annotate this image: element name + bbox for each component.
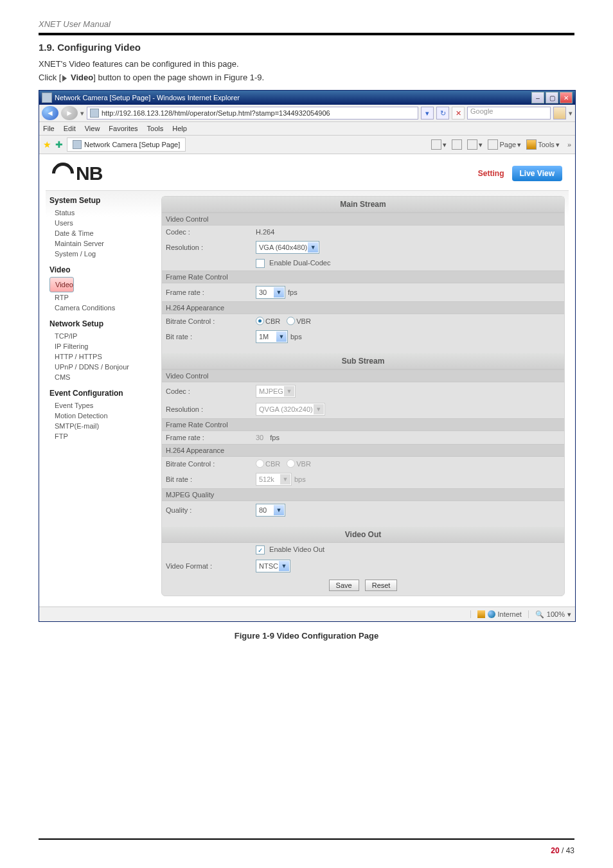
sidebar-item-rtp[interactable]: RTP <box>49 292 157 303</box>
home-menu[interactable]: ▾ <box>431 139 447 150</box>
overflow-icon[interactable]: » <box>567 141 571 148</box>
sidebar-item-maintain[interactable]: Maintain Server <box>49 238 157 249</box>
tools-menu[interactable]: Tools ▾ <box>526 139 560 150</box>
sidebar-hdr-network: Network Setup <box>49 319 157 328</box>
nav-forward-button[interactable]: ► <box>61 106 78 120</box>
live-view-button[interactable]: Live View <box>512 166 562 181</box>
sub-stream-header: Sub Stream <box>162 353 564 369</box>
ie-tabbar: ★ ✚ Network Camera [Setup Page] ▾ ▾ Page… <box>39 136 575 154</box>
select-fps-main[interactable]: 30▼ <box>256 286 285 299</box>
search-input[interactable]: Google <box>467 107 551 120</box>
search-button[interactable] <box>553 107 566 120</box>
sidebar-item-status[interactable]: Status <box>49 208 157 218</box>
sidebar-item-ipfilter[interactable]: IP Filtering <box>49 341 157 351</box>
click-prefix: Click [ <box>39 73 61 82</box>
nav-back-button[interactable]: ◄ <box>42 106 58 120</box>
minimize-button[interactable]: – <box>531 92 544 103</box>
feeds-menu[interactable] <box>452 139 462 150</box>
label-vbr-main: VBR <box>296 317 311 325</box>
sidebar-item-ftp[interactable]: FTP <box>49 431 157 441</box>
stop-button[interactable]: ✕ <box>452 107 465 120</box>
url-input[interactable]: http://192.168.123.128/html/operator/Set… <box>87 107 418 120</box>
main-h264-hdr: H.264 Appearance <box>162 301 564 314</box>
menu-edit[interactable]: Edit <box>64 125 76 132</box>
label-fps-sub: fps <box>270 434 280 441</box>
select-quality[interactable]: 80▼ <box>256 504 285 517</box>
status-zone-label: Internet <box>498 610 522 618</box>
sub-frc-hdr: Frame Rate Control <box>162 418 564 431</box>
menu-help[interactable]: Help <box>172 125 187 132</box>
radio-cbr-main[interactable] <box>256 317 264 325</box>
page-icon <box>90 109 99 118</box>
sidebar-item-smtp[interactable]: SMTP(E-mail) <box>49 421 157 431</box>
checkbox-dual-codec[interactable] <box>256 259 265 268</box>
cnb-body: System Setup Status Users Date & Time Ma… <box>46 190 569 603</box>
main-stream-header: Main Stream <box>162 197 564 213</box>
favorites-star-icon[interactable]: ★ <box>43 139 51 150</box>
page-menu[interactable]: Page ▾ <box>488 139 521 150</box>
running-title: XNET User Manual <box>39 19 574 29</box>
video-out-header: Video Out <box>162 527 564 543</box>
tab-label: Network Camera [Setup Page] <box>84 141 180 148</box>
label-bitrate-sub: Bit rate : <box>166 475 256 483</box>
panel-sub-stream: Sub Stream Video Control Codec : MJPEG▼ … <box>162 353 564 519</box>
sidebar-hdr-system: System Setup <box>49 196 157 205</box>
maximize-button[interactable]: ▢ <box>546 92 558 103</box>
sidebar-item-camera-conditions[interactable]: Camera Conditions <box>49 303 157 313</box>
browser-tab[interactable]: Network Camera [Setup Page] <box>67 137 186 152</box>
sidebar-item-http[interactable]: HTTP / HTTPS <box>49 351 157 362</box>
button-row: Save Reset <box>162 575 564 596</box>
page-number: 20 / 43 <box>551 846 574 855</box>
intro-text: XNET's Video features can be configured … <box>39 59 574 69</box>
select-bitrate-main[interactable]: 1M▼ <box>256 330 288 343</box>
status-zone[interactable]: Internet <box>470 610 529 618</box>
menu-view[interactable]: View <box>85 125 100 132</box>
ie-window: Network Camera [Setup Page] - Windows In… <box>39 90 576 622</box>
menu-favorites[interactable]: Favorites <box>109 125 138 132</box>
dropdown-button[interactable]: ▾ <box>421 107 434 120</box>
mjpeg-quality-hdr: MJPEG Quality <box>162 488 564 501</box>
select-video-format[interactable]: NTSC▼ <box>256 560 290 572</box>
label-resolution-main: Resolution : <box>166 244 256 251</box>
add-fav-icon[interactable]: ✚ <box>55 139 63 150</box>
refresh-button[interactable]: ↻ <box>436 107 449 120</box>
sidebar-item-motion[interactable]: Motion Detection <box>49 411 157 421</box>
ie-addressbar: ◄ ► ▾ http://192.168.123.128/html/operat… <box>39 105 575 122</box>
menu-tools[interactable]: Tools <box>147 125 164 132</box>
checkbox-video-out[interactable]: ✓ <box>256 545 265 554</box>
label-bps-main: bps <box>290 333 302 341</box>
label-cbr-main: CBR <box>265 317 280 325</box>
chevron-down-icon: ▼ <box>280 474 290 484</box>
sidebar-item-tcpip[interactable]: TCP/IP <box>49 331 157 341</box>
zoom-icon: 🔍 <box>535 610 544 619</box>
close-button[interactable]: ✕ <box>560 92 573 103</box>
cnb-header: NB Setting Live View <box>46 159 569 188</box>
value-codec-main: H.264 <box>256 228 274 236</box>
select-resolution-main[interactable]: VGA (640x480)▼ <box>256 241 319 254</box>
link-setting[interactable]: Setting <box>478 169 504 178</box>
reset-button[interactable]: Reset <box>365 580 398 591</box>
select-codec-sub: MJPEG▼ <box>256 385 296 398</box>
triangle-icon <box>62 75 67 82</box>
radio-vbr-main[interactable] <box>287 317 295 325</box>
select-resolution-sub: QVGA (320x240)▼ <box>256 403 325 416</box>
label-codec-main: Codec : <box>166 228 256 236</box>
menu-file[interactable]: File <box>43 125 55 132</box>
footer-divider <box>39 838 574 840</box>
radio-vbr-sub <box>287 459 295 468</box>
print-menu[interactable]: ▾ <box>467 139 483 150</box>
label-video-format: Video Format : <box>166 562 256 570</box>
status-zoom[interactable]: 🔍 100% ▾ <box>535 610 571 619</box>
label-dual-codec: Enable Dual-Codec <box>269 259 330 267</box>
sidebar-item-cms[interactable]: CMS <box>49 372 157 382</box>
sidebar-item-syslog[interactable]: System / Log <box>49 249 157 259</box>
sidebar-item-datetime[interactable]: Date & Time <box>49 228 157 238</box>
panel-video-out: Video Out ✓ Enable Video Out Video Forma… <box>162 527 564 575</box>
sidebar-item-video[interactable]: Video <box>49 277 74 292</box>
click-label: Video <box>71 73 93 82</box>
sidebar-item-event-types[interactable]: Event Types <box>49 400 157 411</box>
save-button[interactable]: Save <box>329 580 359 591</box>
sidebar-item-users[interactable]: Users <box>49 218 157 228</box>
radio-cbr-sub <box>256 459 264 468</box>
sidebar-item-upnp[interactable]: UPnP / DDNS / Bonjour <box>49 362 157 372</box>
